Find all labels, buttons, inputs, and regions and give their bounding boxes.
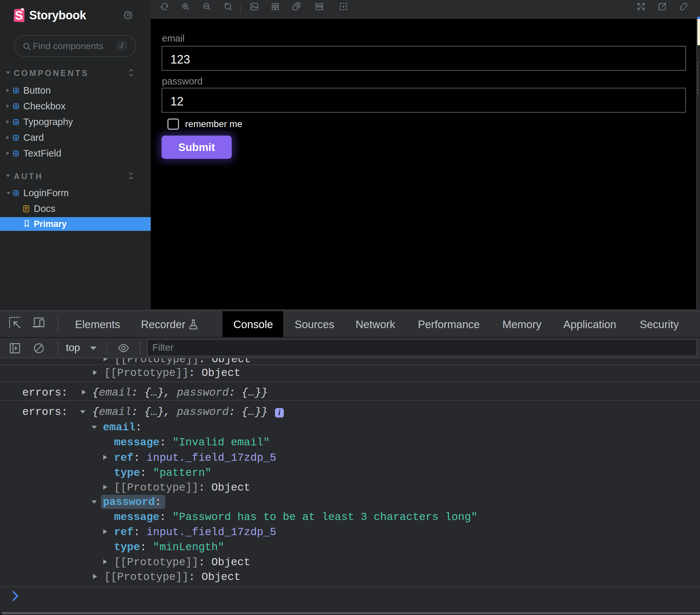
svg-text:S: S xyxy=(15,9,23,22)
